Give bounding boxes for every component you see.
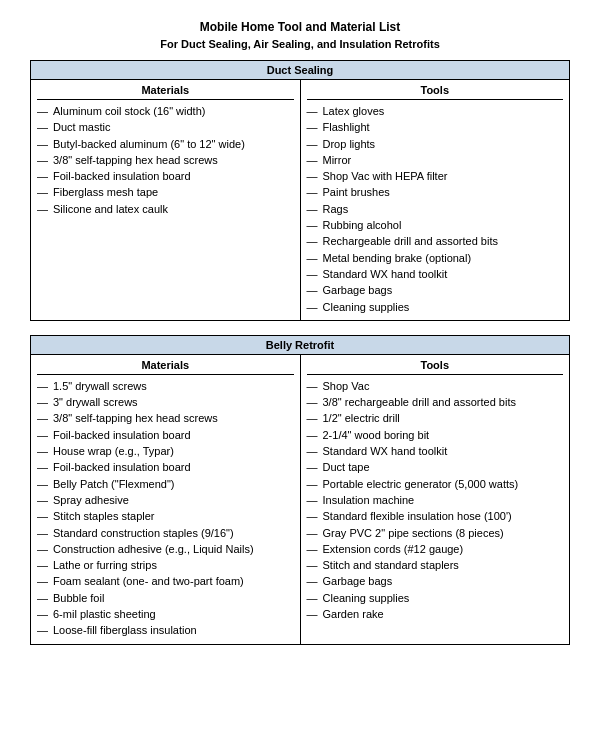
bullet-icon: — [37,558,51,572]
bullet-icon: — [37,493,51,507]
list-item: —3" drywall screws [37,395,294,409]
bullet-icon: — [307,120,321,134]
item-text: Rubbing alcohol [323,218,402,232]
section-header-duct-sealing: Duct Sealing [31,61,569,80]
bullet-icon: — [37,169,51,183]
bullet-icon: — [307,509,321,523]
list-item: —3/8" rechargeable drill and assorted bi… [307,395,564,409]
section-header-belly-retrofit: Belly Retrofit [31,336,569,355]
item-text: Standard WX hand toolkit [323,444,448,458]
item-text: Garbage bags [323,283,393,297]
list-item: —1/2" electric drill [307,411,564,425]
bullet-icon: — [37,137,51,151]
item-text: 3/8" self-tapping hex head screws [53,411,218,425]
bullet-icon: — [37,395,51,409]
bullet-icon: — [37,542,51,556]
item-text: Loose-fill fiberglass insulation [53,623,197,637]
bullet-icon: — [307,300,321,314]
list-item: —Cleaning supplies [307,591,564,605]
list-item: —Rubbing alcohol [307,218,564,232]
item-text: 3" drywall screws [53,395,138,409]
item-text: Cleaning supplies [323,300,410,314]
list-item: —Fiberglass mesh tape [37,185,294,199]
list-item: —Cleaning supplies [307,300,564,314]
item-text: 3/8" self-tapping hex head screws [53,153,218,167]
list-item: —Belly Patch ("Flexmend") [37,477,294,491]
list-item: —Shop Vac with HEPA filter [307,169,564,183]
item-text: 1.5" drywall screws [53,379,147,393]
list-item: —Insulation machine [307,493,564,507]
list-item: —Standard construction staples (9/16") [37,526,294,540]
list-item: —Garbage bags [307,574,564,588]
item-text: 6-mil plastic sheeting [53,607,156,621]
item-text: Foil-backed insulation board [53,428,191,442]
bullet-icon: — [37,574,51,588]
bullet-icon: — [37,411,51,425]
list-item: —Standard WX hand toolkit [307,267,564,281]
section-duct-sealing: Duct SealingMaterials—Aluminum coil stoc… [30,60,570,321]
list-item: —Latex gloves [307,104,564,118]
bullet-icon: — [37,460,51,474]
bullet-icon: — [307,558,321,572]
bullet-icon: — [307,153,321,167]
item-text: Aluminum coil stock (16" width) [53,104,205,118]
item-text: Rechargeable drill and assorted bits [323,234,499,248]
list-item: —Paint brushes [307,185,564,199]
list-item: —Silicone and latex caulk [37,202,294,216]
item-text: Lathe or furring strips [53,558,157,572]
bullet-icon: — [307,607,321,621]
list-item: —Rechargeable drill and assorted bits [307,234,564,248]
item-text: 3/8" rechargeable drill and assorted bit… [323,395,516,409]
item-text: Flashlight [323,120,370,134]
bullet-icon: — [37,623,51,637]
list-item: —Mirror [307,153,564,167]
bullet-icon: — [307,395,321,409]
item-text: Insulation machine [323,493,415,507]
bullet-icon: — [37,428,51,442]
list-item: —6-mil plastic sheeting [37,607,294,621]
item-text: Latex gloves [323,104,385,118]
item-text: Extension cords (#12 gauge) [323,542,464,556]
list-item: —Duct tape [307,460,564,474]
item-text: Drop lights [323,137,376,151]
bullet-icon: — [307,542,321,556]
bullet-icon: — [307,267,321,281]
item-text: Fiberglass mesh tape [53,185,158,199]
item-text: Duct tape [323,460,370,474]
list-item: —Extension cords (#12 gauge) [307,542,564,556]
tools-header-belly-retrofit: Tools [307,359,564,375]
materials-header-belly-retrofit: Materials [37,359,294,375]
list-item: —Foam sealant (one- and two-part foam) [37,574,294,588]
bullet-icon: — [37,509,51,523]
list-item: —Spray adhesive [37,493,294,507]
bullet-icon: — [307,185,321,199]
list-item: —Foil-backed insulation board [37,428,294,442]
bullet-icon: — [307,411,321,425]
bullet-icon: — [307,477,321,491]
list-item: —Stitch staples stapler [37,509,294,523]
item-text: Duct mastic [53,120,110,134]
bullet-icon: — [37,477,51,491]
materials-header-duct-sealing: Materials [37,84,294,100]
item-text: Spray adhesive [53,493,129,507]
item-text: Paint brushes [323,185,390,199]
bullet-icon: — [37,153,51,167]
item-text: Gray PVC 2" pipe sections (8 pieces) [323,526,504,540]
materials-col-belly-retrofit: Materials—1.5" drywall screws—3" drywall… [31,355,301,644]
bullet-icon: — [307,283,321,297]
bullet-icon: — [307,428,321,442]
item-text: Construction adhesive (e.g., Liquid Nail… [53,542,254,556]
bullet-icon: — [307,218,321,232]
bullet-icon: — [307,379,321,393]
list-item: —Standard flexible insulation hose (100'… [307,509,564,523]
bullet-icon: — [307,444,321,458]
list-item: —Metal bending brake (optional) [307,251,564,265]
list-item: —Drop lights [307,137,564,151]
list-item: —Foil-backed insulation board [37,460,294,474]
item-text: Garden rake [323,607,384,621]
item-text: Foil-backed insulation board [53,460,191,474]
tools-col-belly-retrofit: Tools—Shop Vac—3/8" rechargeable drill a… [301,355,570,644]
sub-title: For Duct Sealing, Air Sealing, and Insul… [30,38,570,50]
bullet-icon: — [37,444,51,458]
list-item: —1.5" drywall screws [37,379,294,393]
